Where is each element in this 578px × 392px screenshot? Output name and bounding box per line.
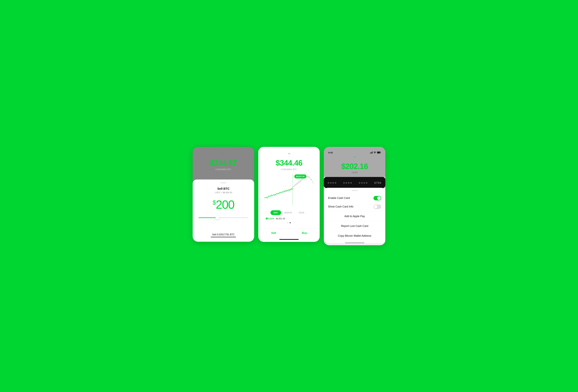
svg-rect-6 xyxy=(381,152,381,153)
sell-rate: 1 BTC = $6,854.50 xyxy=(215,191,232,194)
tab-day[interactable]: DAY xyxy=(271,210,281,215)
status-time: 9:43 xyxy=(328,151,333,154)
bar-3 xyxy=(371,152,372,153)
card-dot xyxy=(348,182,349,184)
buy-button[interactable]: Buy xyxy=(289,229,320,238)
svg-rect-5 xyxy=(377,152,380,153)
bar-2 xyxy=(371,152,371,153)
card-dot xyxy=(364,182,365,184)
screens-container: ⌃ $344.57 0.05026901 BTC Sell BTC 1 BTC … xyxy=(193,147,385,245)
screen-btc-chart: ⌃ $344.46 0.05026901 BTC $6,637.92 DAY M… xyxy=(258,147,320,242)
slider-fill xyxy=(199,217,217,218)
up-arrow-icon: ▲ xyxy=(266,218,268,220)
toggle-knob-2 xyxy=(374,205,378,208)
card-dot xyxy=(366,182,367,184)
screen-cash-card: 9:43 xyxy=(324,147,385,245)
chart-price: $344.46 xyxy=(276,158,302,167)
card-dot xyxy=(330,182,332,184)
copy-bitcoin-wallet-row[interactable]: Copy Bitcoin Wallet Address xyxy=(324,231,385,240)
sell-amount-value: 200 xyxy=(216,198,234,211)
divider-3 xyxy=(324,231,385,231)
card-dot xyxy=(350,182,352,184)
chevron-up-icon-2[interactable]: ⌃ xyxy=(287,153,291,157)
dollar-sign: $ xyxy=(213,199,215,206)
bar-1 xyxy=(370,153,370,153)
card-dot xyxy=(328,182,329,184)
chart-stats: ▲ 5.01% $6,852.38 xyxy=(263,217,315,220)
dot-1 xyxy=(287,222,289,223)
screen-sell-btc: ⌃ $344.57 0.05026901 BTC Sell BTC 1 BTC … xyxy=(193,147,254,242)
svg-text:▲: ▲ xyxy=(266,218,268,219)
card-dots-group-2 xyxy=(343,182,352,184)
sell-buy-row: Sell Buy xyxy=(258,228,320,238)
copy-bitcoin-wallet-label: Copy Bitcoin Wallet Address xyxy=(338,234,371,237)
screen1-header: ⌃ $344.57 0.05026901 BTC xyxy=(193,147,254,180)
chart-tooltip: $6,637.92 xyxy=(294,174,306,178)
tab-year[interactable]: YEAR xyxy=(295,210,307,215)
page-dots xyxy=(287,222,291,223)
drag-handle xyxy=(220,182,226,183)
cash-label: CASH xyxy=(352,171,357,174)
card-dot xyxy=(361,182,363,184)
signal-bars xyxy=(370,151,373,153)
btc-chart-svg xyxy=(264,173,314,205)
card-dot xyxy=(343,182,345,184)
percent-change: ▲ 5.01% xyxy=(266,217,274,220)
toggle-knob xyxy=(377,196,381,200)
sheet-handle xyxy=(352,190,358,191)
tab-month[interactable]: MONTH xyxy=(281,210,295,215)
card-number-end: 6794 xyxy=(374,181,382,185)
bar-4 xyxy=(372,151,373,153)
sell-btc-label: Sell 0.02917791 BTC xyxy=(212,230,235,236)
add-to-apple-pay-row[interactable]: Add to Apple Pay xyxy=(324,212,385,221)
status-icons xyxy=(370,151,381,153)
btc-amount: 0.05026901 BTC xyxy=(215,168,231,171)
enable-cash-card-toggle[interactable] xyxy=(374,196,381,200)
show-cash-card-info-toggle[interactable] xyxy=(374,204,381,209)
slider-track xyxy=(199,217,248,218)
svg-point-3 xyxy=(375,153,375,153)
cash-card-sheet: Enable Cash Card Show Cash Card Info Add… xyxy=(324,188,385,243)
chart-price-stat: $6,852.38 xyxy=(276,217,285,220)
show-cash-card-info-label: Show Cash Card Info xyxy=(328,205,353,208)
chart-area: $6,637.92 xyxy=(263,173,315,206)
home-bar xyxy=(279,239,299,240)
battery-icon xyxy=(377,151,381,153)
screen3-header: 9:43 xyxy=(324,147,385,177)
time-tabs: DAY MONTH YEAR xyxy=(263,210,315,215)
divider-2 xyxy=(324,221,385,221)
card-dot xyxy=(333,182,334,184)
chart-btc-amount: 0.05026901 BTC xyxy=(281,168,297,171)
sell-button[interactable]: Sell xyxy=(258,229,289,238)
card-dot xyxy=(335,182,336,184)
card-dots-group-1 xyxy=(328,182,336,184)
add-to-apple-pay-label: Add to Apple Pay xyxy=(344,215,365,218)
enable-cash-card-row[interactable]: Enable Cash Card xyxy=(324,194,385,202)
sell-amount: $200 xyxy=(213,198,234,211)
screen1-sheet: Sell BTC 1 BTC = $6,854.50 $200 Sell 0.0… xyxy=(193,180,254,242)
sell-btc-underline xyxy=(211,237,236,237)
sell-title: Sell BTC xyxy=(217,187,229,191)
cash-amount: $202.16 xyxy=(341,162,368,171)
enable-cash-card-label: Enable Cash Card xyxy=(328,196,350,200)
dot-2 xyxy=(289,222,291,223)
btc-price: $344.57 xyxy=(210,158,237,167)
chevron-up-icon[interactable]: ⌃ xyxy=(222,153,225,157)
cash-card-visual: 6794 xyxy=(324,177,385,188)
show-cash-card-info-row[interactable]: Show Cash Card Info xyxy=(324,202,385,211)
chevron-up-icon-3[interactable]: ⌃ xyxy=(353,156,356,160)
slider-thumb[interactable] xyxy=(215,216,219,220)
card-dot xyxy=(359,182,360,184)
report-lost-card-row[interactable]: Report Lost Cash Card xyxy=(324,222,385,231)
screen2-header: ⌃ $344.46 0.05026901 BTC $6,637.92 DAY M… xyxy=(258,147,320,228)
card-dot xyxy=(346,182,347,184)
card-dots-row: 6794 xyxy=(328,181,382,185)
card-dots-group-3 xyxy=(359,182,367,184)
status-bar: 9:43 xyxy=(328,151,381,154)
sell-slider[interactable] xyxy=(197,217,250,218)
home-bar-3 xyxy=(345,243,364,243)
wifi-icon xyxy=(374,151,376,153)
report-lost-card-label: Report Lost Cash Card xyxy=(341,225,368,228)
